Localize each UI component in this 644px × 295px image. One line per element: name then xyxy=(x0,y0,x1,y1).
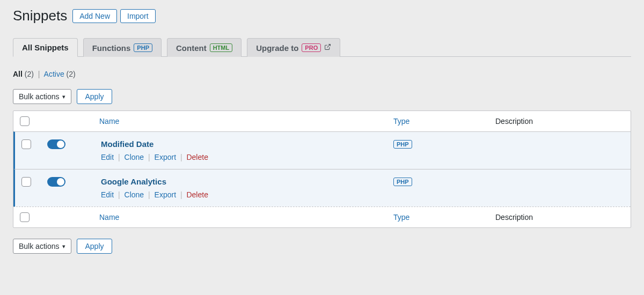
table-row: Google Analytics Edit | Clone | Export |… xyxy=(13,169,631,206)
col-description: Description xyxy=(495,117,624,126)
edit-link[interactable]: Edit xyxy=(101,153,114,161)
clone-link[interactable]: Clone xyxy=(125,153,144,161)
export-link[interactable]: Export xyxy=(155,190,176,199)
edit-link[interactable]: Edit xyxy=(101,190,114,199)
filter-all-count: (2) xyxy=(25,70,34,78)
tab-functions[interactable]: Functions PHP xyxy=(83,38,162,57)
chevron-down-icon: ▾ xyxy=(62,93,65,100)
import-button[interactable]: Import xyxy=(120,9,156,23)
external-link-icon xyxy=(324,43,331,52)
tab-label: Content xyxy=(176,43,207,53)
row-actions: Edit | Clone | Export | Delete xyxy=(101,190,393,199)
chevron-down-icon: ▾ xyxy=(62,243,65,250)
bulk-actions-bottom: Bulk actions ▾ Apply xyxy=(13,239,631,254)
snippet-title-link[interactable]: Modified Date xyxy=(101,139,393,149)
tab-upgrade[interactable]: Upgrade to PRO xyxy=(247,38,340,57)
filter-active-count: (2) xyxy=(67,70,76,78)
col-name-footer[interactable]: Name xyxy=(99,213,393,222)
bulk-actions-select-bottom[interactable]: Bulk actions ▾ xyxy=(13,239,71,254)
page-title: Snippets xyxy=(13,8,67,24)
col-description-footer: Description xyxy=(495,213,624,222)
select-all-checkbox-bottom[interactable] xyxy=(20,212,30,222)
table-row: Modified Date Edit | Clone | Export | De… xyxy=(13,131,631,169)
filter-separator: | xyxy=(38,70,40,78)
filter-active-label[interactable]: Active xyxy=(44,70,64,78)
active-toggle[interactable] xyxy=(47,139,65,149)
pro-badge: PRO xyxy=(302,43,321,52)
row-checkbox[interactable] xyxy=(21,139,31,149)
col-name[interactable]: Name xyxy=(99,117,393,126)
tab-label: Upgrade to xyxy=(256,43,298,53)
bulk-actions-select[interactable]: Bulk actions ▾ xyxy=(13,89,71,104)
tabs-nav: All Snippets Functions PHP Content HTML … xyxy=(13,38,631,57)
export-link[interactable]: Export xyxy=(155,153,176,161)
snippet-title-link[interactable]: Google Analytics xyxy=(101,177,393,186)
select-all-checkbox[interactable] xyxy=(20,116,30,126)
table-header: Name Type Description xyxy=(13,111,631,131)
svg-line-0 xyxy=(327,45,331,48)
tab-label: Functions xyxy=(92,43,131,53)
row-checkbox[interactable] xyxy=(21,177,31,187)
html-badge: HTML xyxy=(210,43,233,52)
snippets-table: Name Type Description Modified Date Edit… xyxy=(13,110,631,228)
php-badge: PHP xyxy=(134,43,152,52)
type-pill: PHP xyxy=(393,140,412,149)
add-new-button[interactable]: Add New xyxy=(72,9,117,23)
filter-links: All (2) | Active (2) xyxy=(13,70,631,78)
clone-link[interactable]: Clone xyxy=(125,190,144,199)
delete-link[interactable]: Delete xyxy=(186,190,208,199)
page-header: Snippets Add New Import xyxy=(13,0,631,24)
bulk-select-label: Bulk actions xyxy=(19,92,59,101)
tab-label: All Snippets xyxy=(22,43,69,52)
active-toggle[interactable] xyxy=(47,177,65,187)
apply-button-top[interactable]: Apply xyxy=(77,89,112,104)
delete-link[interactable]: Delete xyxy=(186,153,208,161)
tab-all-snippets[interactable]: All Snippets xyxy=(13,38,78,57)
row-actions: Edit | Clone | Export | Delete xyxy=(101,153,393,161)
col-type[interactable]: Type xyxy=(393,117,495,126)
bulk-actions-top: Bulk actions ▾ Apply xyxy=(13,89,631,104)
apply-button-bottom[interactable]: Apply xyxy=(77,239,112,254)
filter-all-label[interactable]: All xyxy=(13,70,23,78)
bulk-select-label: Bulk actions xyxy=(19,242,59,250)
tab-content[interactable]: Content HTML xyxy=(167,38,241,57)
col-type-footer[interactable]: Type xyxy=(393,213,495,222)
type-pill: PHP xyxy=(393,178,412,186)
table-footer: Name Type Description xyxy=(13,206,631,227)
